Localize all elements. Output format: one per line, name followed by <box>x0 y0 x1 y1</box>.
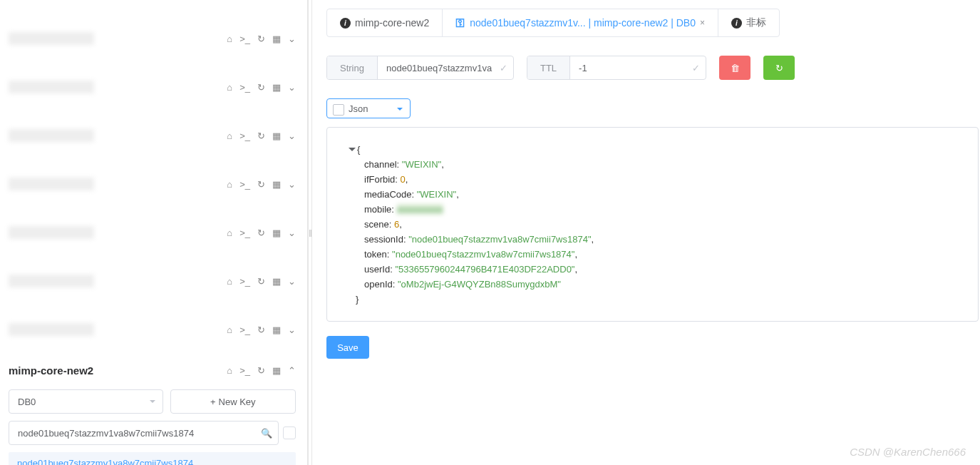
home-icon[interactable]: ⌂ <box>227 365 232 376</box>
format-select[interactable]: Json <box>326 98 411 118</box>
chevron-down-icon[interactable]: ⌄ <box>288 82 296 93</box>
terminal-icon[interactable]: >_ <box>239 131 250 141</box>
chevron-down-icon[interactable]: ⌄ <box>288 276 296 287</box>
tab-label: mimp-core-new2 <box>355 17 429 29</box>
json-val: "node01bueq7stazzmv1va8w7cmii7ws1874" <box>392 249 574 260</box>
home-icon[interactable]: ⌂ <box>227 325 232 335</box>
connection-name <box>9 226 94 239</box>
ttl-field: TTL -1✓ <box>527 56 706 80</box>
new-key-button[interactable]: +New Key <box>170 389 296 414</box>
save-button[interactable]: Save <box>326 336 369 359</box>
connection-row[interactable]: ⌂ >_ ↻ ▦ ⌄ <box>0 14 307 63</box>
tab-connection[interactable]: imimp-core-new2 <box>327 9 443 36</box>
refresh-icon[interactable]: ↻ <box>257 276 265 287</box>
search-input[interactable]: node01bueq7stazzmv1va8w7cmii7ws1874 🔍 <box>9 421 279 445</box>
connection-name <box>9 178 94 190</box>
home-icon[interactable]: ⌂ <box>227 82 232 93</box>
grid-icon[interactable]: ▦ <box>272 325 281 335</box>
tab-bar: imimp-core-new2 ⚿node01bueq7stazzmv1v...… <box>326 9 780 37</box>
json-val: "oMb2jwEj-G4WQYZBn88SumygdxbM" <box>398 279 561 290</box>
connection-row[interactable]: ⌂>_↻▦⌄ <box>0 160 307 208</box>
connection-name <box>9 32 94 45</box>
chevron-down-icon[interactable]: ⌄ <box>288 34 296 44</box>
refresh-icon[interactable]: ↻ <box>257 179 265 190</box>
new-key-label: New Key <box>219 397 256 407</box>
value-viewer[interactable]: { channel: "WEIXIN", ifForbid: 0, mediaC… <box>326 127 979 322</box>
format-value: Json <box>349 103 368 114</box>
home-icon[interactable]: ⌂ <box>227 34 232 44</box>
json-val: 0 <box>401 174 406 185</box>
ttl-input[interactable]: -1✓ <box>570 56 706 79</box>
db-select-value: DB0 <box>18 397 36 407</box>
chevron-down-icon[interactable]: ⌄ <box>288 325 296 335</box>
check-icon[interactable]: ✓ <box>500 63 507 73</box>
refresh-icon: ↻ <box>775 63 783 73</box>
trash-icon: 🗑 <box>731 63 740 73</box>
key-list-item[interactable]: node01bueq7stazzmv1va8w7cmii7ws1874 <box>9 452 296 465</box>
connection-name <box>9 323 94 336</box>
search-input-value: node01bueq7stazzmv1va8w7cmii7ws1874 <box>18 428 194 439</box>
connection-row[interactable]: ⌂>_↻▦⌄ <box>0 63 307 111</box>
refresh-icon[interactable]: ↻ <box>257 131 265 141</box>
refresh-icon[interactable]: ↻ <box>257 365 265 376</box>
terminal-icon[interactable]: >_ <box>239 276 250 287</box>
tab-label: node01bueq7stazzmv1v... | mimp-core-new2… <box>470 17 696 29</box>
json-val-redacted: xxxxxxxxxx <box>397 204 443 215</box>
tab-key[interactable]: ⚿node01bueq7stazzmv1v... | mimp-core-new… <box>443 9 718 36</box>
terminal-icon[interactable]: >_ <box>239 228 250 238</box>
home-icon[interactable]: ⌂ <box>227 131 232 141</box>
grid-icon[interactable]: ▦ <box>272 179 281 190</box>
connection-row[interactable]: ⌂>_↻▦⌄ <box>0 305 307 354</box>
terminal-icon[interactable]: >_ <box>239 82 250 93</box>
connection-name <box>9 275 94 287</box>
grid-icon[interactable]: ▦ <box>272 276 281 287</box>
connection-name <box>9 129 94 142</box>
terminal-icon[interactable]: >_ <box>239 365 250 376</box>
open-connection: mimp-core-new2 ⌂>_↻▦⌃ DB0 +New Key node0… <box>0 354 307 465</box>
chevron-up-icon[interactable]: ⌃ <box>288 365 296 376</box>
refresh-icon[interactable]: ↻ <box>257 82 265 93</box>
json-val: "WEIXIN" <box>402 159 441 170</box>
grid-icon[interactable]: ▦ <box>272 365 281 376</box>
refresh-icon[interactable]: ↻ <box>257 325 265 335</box>
home-icon[interactable]: ⌂ <box>227 276 232 287</box>
watermark: CSDN @KarenChen666 <box>850 446 966 458</box>
collapse-toggle-icon[interactable] <box>349 148 356 155</box>
tab-other[interactable]: i非标 <box>718 9 779 36</box>
connection-row[interactable]: ⌂>_↻▦⌄ <box>0 208 307 257</box>
grid-icon[interactable]: ▦ <box>272 82 281 93</box>
key-name-input[interactable]: node01bueq7stazzmv1va✓ <box>378 56 513 79</box>
key-fields: String node01bueq7stazzmv1va✓ TTL -1✓ 🗑 … <box>326 56 980 80</box>
grid-icon[interactable]: ▦ <box>272 131 281 141</box>
open-connection-title[interactable]: mimp-core-new2 <box>9 364 93 377</box>
json-val: "WEIXIN" <box>417 189 456 200</box>
check-icon[interactable]: ✓ <box>692 63 700 73</box>
plus-icon: + <box>210 397 216 407</box>
home-icon[interactable]: ⌂ <box>227 179 232 190</box>
terminal-icon[interactable]: >_ <box>239 34 250 44</box>
exact-match-checkbox[interactable] <box>283 426 296 439</box>
chevron-down-icon[interactable]: ⌄ <box>288 228 296 238</box>
connection-name <box>9 81 94 93</box>
home-icon[interactable]: ⌂ <box>227 228 232 238</box>
ttl-value: -1 <box>579 63 587 73</box>
search-icon[interactable]: 🔍 <box>261 428 272 439</box>
delete-button[interactable]: 🗑 <box>719 56 751 80</box>
terminal-icon[interactable]: >_ <box>239 325 250 335</box>
json-val: "5336557960244796B471E403DF22ADD0" <box>395 264 574 275</box>
close-icon[interactable]: × <box>700 18 705 28</box>
info-icon: i <box>731 18 742 29</box>
refresh-icon[interactable]: ↻ <box>257 34 265 44</box>
terminal-icon[interactable]: >_ <box>239 179 250 190</box>
refresh-icon[interactable]: ↻ <box>257 228 265 238</box>
grid-icon[interactable]: ▦ <box>272 34 281 44</box>
refresh-button[interactable]: ↻ <box>763 56 795 80</box>
tab-label: 非标 <box>746 16 766 29</box>
connection-row[interactable]: ⌂>_↻▦⌄ <box>0 111 307 160</box>
chevron-down-icon[interactable]: ⌄ <box>288 131 296 141</box>
db-select[interactable]: DB0 <box>9 389 163 414</box>
grid-icon[interactable]: ▦ <box>272 228 281 238</box>
connection-row[interactable]: ⌂>_↻▦⌄ <box>0 257 307 305</box>
chevron-down-icon[interactable]: ⌄ <box>288 179 296 190</box>
sidebar: ⌂ >_ ↻ ▦ ⌄ ⌂>_↻▦⌄ ⌂>_↻▦⌄ ⌂>_↻▦⌄ ⌂>_↻▦⌄ ⌂… <box>0 0 308 465</box>
